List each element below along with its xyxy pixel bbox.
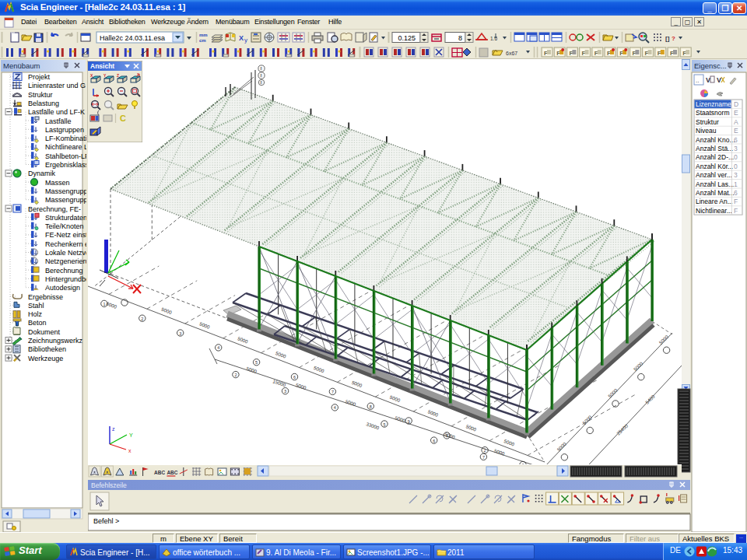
svg-text:Zeichnungswerkz: Zeichnungswerkz xyxy=(28,337,83,345)
svg-text:Lokale Netzve: Lokale Netzve xyxy=(45,249,86,257)
svg-text:Netzgenerieru: Netzgenerieru xyxy=(45,257,86,265)
svg-text:Linienraster und G: Linienraster und G xyxy=(28,82,86,89)
svg-text:C: C xyxy=(120,114,126,123)
svg-text:Lastgruppen: Lastgruppen xyxy=(45,126,84,134)
svg-text:Halle2c 24.03.11.esa: Halle2c 24.03.11.esa xyxy=(100,34,165,42)
svg-text:y: y xyxy=(244,37,247,44)
svg-text:Projekt: Projekt xyxy=(28,73,51,81)
svg-text:Teile/Knoten: Teile/Knoten xyxy=(45,222,84,230)
svg-text:Ansicht: Ansicht xyxy=(90,62,114,70)
svg-text:Dokument: Dokument xyxy=(28,328,61,336)
svg-text:Menübaum: Menübaum xyxy=(3,61,40,70)
svg-text:LF-Kombinatio: LF-Kombinatio xyxy=(45,135,86,142)
svg-text:Befehlszeile: Befehlszeile xyxy=(91,481,127,489)
svg-text:Lastfälle: Lastfälle xyxy=(45,117,72,125)
svg-text:Bibliotheken: Bibliotheken xyxy=(28,345,66,353)
svg-text:Massengrupp: Massengrupp xyxy=(45,187,86,195)
svg-text:Werkzeuge: Werkzeuge xyxy=(28,355,63,362)
svg-text:Berechnung, FE-: Berechnung, FE- xyxy=(28,205,81,213)
svg-text:Massengrupp: Massengrupp xyxy=(45,196,86,204)
svg-text:Lastfälle und LF-K: Lastfälle und LF-K xyxy=(28,108,85,116)
svg-text:Massen: Massen xyxy=(45,179,70,187)
svg-text:Rechenkern e: Rechenkern e xyxy=(45,240,86,248)
svg-text:Befehl >: Befehl > xyxy=(93,517,119,525)
svg-text:Stahlbeton-LF: Stahlbeton-LF xyxy=(45,152,86,160)
svg-text:ABC: ABC xyxy=(167,470,177,475)
svg-text:FE-Netz einst: FE-Netz einst xyxy=(45,231,86,239)
svg-text:6x67: 6x67 xyxy=(506,51,517,56)
svg-text:Strukturdaten: Strukturdaten xyxy=(45,214,86,222)
svg-text:Ergebnisse: Ergebnisse xyxy=(28,293,63,301)
svg-text:Stahl: Stahl xyxy=(28,302,44,310)
svg-text:Berechnung: Berechnung xyxy=(45,267,83,275)
svg-text:Belastung: Belastung xyxy=(28,100,59,107)
svg-text:Autodesign: Autodesign xyxy=(45,284,80,292)
svg-text:cm: cm xyxy=(199,38,206,43)
svg-text:Struktur: Struktur xyxy=(28,91,53,99)
svg-text:0.125: 0.125 xyxy=(398,34,416,42)
svg-text:?: ? xyxy=(672,35,675,42)
svg-text:Ergebnisklass: Ergebnisklass xyxy=(45,161,86,169)
svg-text:ABC: ABC xyxy=(154,470,165,475)
svg-text:8: 8 xyxy=(458,34,462,42)
svg-text:Hintergrundbe: Hintergrundbe xyxy=(45,275,86,283)
svg-text:mm: mm xyxy=(199,33,208,37)
svg-text:Nichtlineare LF: Nichtlineare LF xyxy=(45,143,86,151)
svg-text:Beton: Beton xyxy=(28,319,47,327)
svg-text:Dynamik: Dynamik xyxy=(28,170,56,177)
svg-text:X: X xyxy=(239,34,244,42)
svg-text:Holz: Holz xyxy=(28,310,43,318)
svg-text:1.6: 1.6 xyxy=(490,36,497,41)
svg-text:Z: Z xyxy=(117,73,119,78)
svg-text:[]: [] xyxy=(665,35,670,42)
